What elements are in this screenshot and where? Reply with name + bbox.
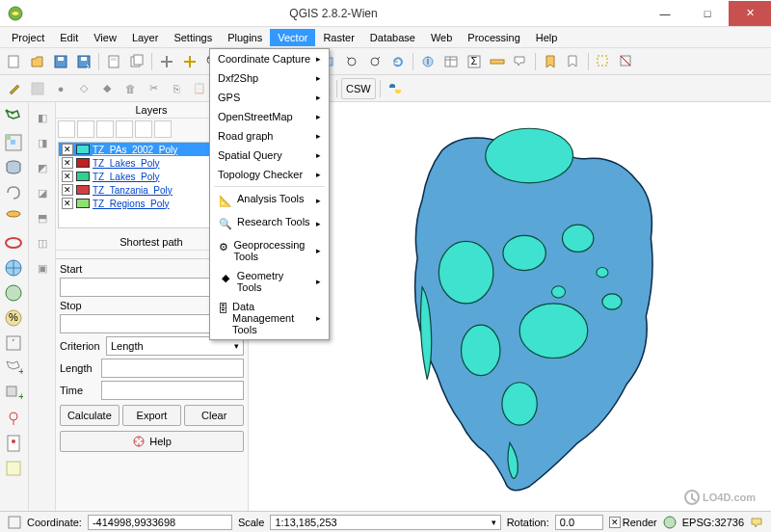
bookmark-button[interactable] <box>540 51 561 72</box>
add-mssql-button[interactable] <box>2 206 25 229</box>
menu-layer[interactable]: Layer <box>124 29 167 46</box>
menu-project[interactable]: Project <box>4 29 52 46</box>
layer-visibility[interactable] <box>77 120 94 138</box>
new-shapefile-button[interactable]: + <box>2 357 25 380</box>
add-postgis-button[interactable] <box>2 156 25 179</box>
delete-selected-button[interactable]: 🗑 <box>120 78 141 99</box>
new-spatialite-button[interactable]: + <box>2 382 25 405</box>
menu-help[interactable]: Help <box>528 29 566 46</box>
print-composer-button[interactable] <box>103 51 124 72</box>
menu-dxf2shp[interactable]: Dxf2Shp▸ <box>210 68 329 88</box>
menu-gps[interactable]: GPS▸ <box>210 88 329 107</box>
time-input[interactable] <box>101 381 244 400</box>
layer-expand[interactable] <box>116 120 133 138</box>
pan-button[interactable] <box>156 51 177 72</box>
menu-edit[interactable]: Edit <box>52 29 86 46</box>
select-button[interactable] <box>593 51 614 72</box>
zoom-last-button[interactable] <box>341 51 362 72</box>
layer-checkbox[interactable]: ✕ <box>62 198 73 209</box>
add-wcs-button[interactable] <box>2 281 25 305</box>
stop-input[interactable] <box>60 314 219 333</box>
dig-2[interactable]: ◨ <box>31 131 54 154</box>
length-input[interactable] <box>101 359 244 378</box>
crs-icon[interactable] <box>663 516 677 529</box>
measure-button[interactable] <box>487 51 508 72</box>
add-feature-button[interactable]: ● <box>50 78 71 99</box>
dig-7[interactable]: ▣ <box>31 256 54 279</box>
messages-icon[interactable] <box>750 516 763 529</box>
layer-checkbox[interactable]: ✕ <box>62 184 73 196</box>
menu-plugins[interactable]: Plugins <box>220 29 270 46</box>
copy-button[interactable]: ⎘ <box>166 78 187 99</box>
menu-web[interactable]: Web <box>423 29 460 46</box>
menu-geoprocessing-tools[interactable]: ⚙Geoprocessing Tools▸ <box>210 235 329 266</box>
dig-3[interactable]: ◩ <box>31 156 54 179</box>
close-button[interactable]: ✕ <box>729 1 771 26</box>
pan-selection-button[interactable] <box>179 51 200 72</box>
minimize-button[interactable]: — <box>644 1 686 26</box>
add-wms-button[interactable] <box>2 256 25 279</box>
move-feature-button[interactable]: ◇ <box>73 78 94 99</box>
layer-filter[interactable] <box>96 120 114 138</box>
toggle-extents-icon[interactable] <box>8 516 21 529</box>
add-vector-button[interactable] <box>2 106 25 129</box>
menu-database[interactable]: Database <box>362 29 423 46</box>
coordinate-input[interactable] <box>88 515 232 530</box>
layer-add-group[interactable] <box>58 120 75 138</box>
layer-checkbox[interactable]: ✕ <box>62 157 73 169</box>
layer-collapse[interactable] <box>135 120 152 138</box>
menu-raster[interactable]: Raster <box>315 29 361 46</box>
calculate-button[interactable]: Calculate <box>60 405 120 426</box>
layer-remove[interactable] <box>154 120 172 138</box>
menu-openstreetmap[interactable]: OpenStreetMap▸ <box>210 107 329 126</box>
layer-checkbox[interactable]: ✕ <box>62 171 73 182</box>
render-toggle[interactable]: ✕ Render <box>609 517 657 528</box>
menu-vector[interactable]: Vector <box>270 29 315 46</box>
render-checkbox[interactable]: ✕ <box>609 517 621 528</box>
menu-research-tools[interactable]: 🔍Research Tools▸ <box>210 212 329 235</box>
start-input[interactable] <box>60 278 219 297</box>
add-spatialite-button[interactable] <box>2 181 25 204</box>
csw-button[interactable]: CSW <box>341 78 376 99</box>
maptips-button[interactable] <box>510 51 531 72</box>
add-delimited-button[interactable]: ʼ <box>2 332 25 355</box>
dig-1[interactable]: ◧ <box>31 106 54 129</box>
menu-data-mgmt-tools[interactable]: 🗄Data Management Tools▸ <box>210 297 329 339</box>
menu-spatial-query[interactable]: Spatial Query▸ <box>210 146 329 165</box>
menu-processing[interactable]: Processing <box>460 29 527 46</box>
attribute-table-button[interactable] <box>440 51 462 72</box>
menu-topology-checker[interactable]: Topology Checker▸ <box>210 165 329 184</box>
scale-select[interactable]: 1:13,185,253▾ <box>270 515 500 530</box>
zoom-next-button[interactable] <box>364 51 386 72</box>
cut-button[interactable]: ✂ <box>143 78 164 99</box>
composer-manager-button[interactable] <box>126 51 147 72</box>
node-tool-button[interactable]: ◆ <box>96 78 118 99</box>
gps-info-button[interactable] <box>2 432 25 455</box>
menu-coordinate-capture[interactable]: Coordinate Capture▸ <box>210 49 329 68</box>
virtual-layer-button[interactable] <box>2 457 25 480</box>
layer-checkbox[interactable]: ✕ <box>62 144 73 155</box>
menu-road-graph[interactable]: Road graph▸ <box>210 126 329 146</box>
new-project-button[interactable] <box>4 51 25 72</box>
maximize-button[interactable]: □ <box>686 1 729 26</box>
save-button[interactable] <box>50 51 71 72</box>
add-raster-button[interactable] <box>2 131 25 154</box>
export-button[interactable]: Export <box>122 405 182 426</box>
menu-analysis-tools[interactable]: 📐Analysis Tools▸ <box>210 189 329 212</box>
rotation-input[interactable] <box>555 515 603 530</box>
menu-geometry-tools[interactable]: ◆Geometry Tools▸ <box>210 266 329 297</box>
dig-6[interactable]: ◫ <box>31 231 54 254</box>
open-project-button[interactable] <box>27 51 48 72</box>
show-bookmarks-button[interactable] <box>563 51 584 72</box>
add-oracle-button[interactable] <box>2 231 25 254</box>
new-gpx-button[interactable] <box>2 407 25 430</box>
deselect-button[interactable] <box>616 51 637 72</box>
dig-5[interactable]: ⬒ <box>31 206 54 229</box>
menu-settings[interactable]: Settings <box>166 29 220 46</box>
dig-4[interactable]: ◪ <box>31 181 54 204</box>
refresh-button[interactable] <box>387 51 409 72</box>
edit-pencil-button[interactable] <box>4 78 25 99</box>
clear-button[interactable]: Clear <box>184 405 244 426</box>
field-calc-button[interactable]: Σ <box>464 51 485 72</box>
saveas-button[interactable] <box>73 51 94 72</box>
